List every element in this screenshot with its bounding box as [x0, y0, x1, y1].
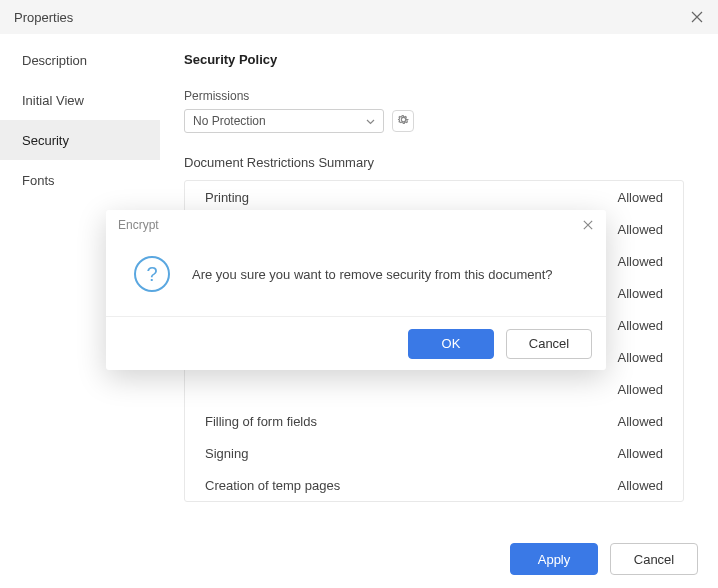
ok-button[interactable]: OK	[408, 329, 494, 359]
close-icon[interactable]	[688, 8, 706, 26]
sidebar-item-security[interactable]: Security	[0, 120, 160, 160]
table-row: Printing Allowed	[185, 181, 683, 213]
restriction-status: Allowed	[617, 222, 663, 237]
section-title: Security Policy	[184, 52, 684, 67]
restrictions-title: Document Restrictions Summary	[184, 155, 684, 170]
cancel-button[interactable]: Cancel	[610, 543, 698, 575]
modal-header: Encrypt	[106, 210, 606, 240]
restriction-status: Allowed	[617, 286, 663, 301]
button-label: Cancel	[529, 336, 569, 351]
sidebar-item-initial-view[interactable]: Initial View	[0, 80, 160, 120]
dialog-header: Properties	[0, 0, 718, 34]
permissions-label: Permissions	[184, 89, 684, 103]
sidebar-item-label: Description	[22, 53, 87, 68]
chevron-down-icon	[366, 114, 375, 128]
modal-body: ? Are you sure you want to remove securi…	[106, 240, 606, 316]
modal-title: Encrypt	[118, 218, 159, 232]
sidebar-item-fonts[interactable]: Fonts	[0, 160, 160, 200]
permissions-settings-button[interactable]	[392, 110, 414, 132]
restriction-status: Allowed	[617, 382, 663, 397]
button-label: Apply	[538, 552, 571, 567]
encrypt-confirm-dialog: Encrypt ? Are you sure you want to remov…	[106, 210, 606, 370]
cancel-button[interactable]: Cancel	[506, 329, 592, 359]
dialog-title: Properties	[14, 10, 73, 25]
close-icon[interactable]	[580, 217, 596, 233]
restriction-status: Allowed	[617, 254, 663, 269]
table-row: Allowed	[185, 373, 683, 405]
gear-icon	[397, 113, 410, 129]
modal-footer: OK Cancel	[106, 316, 606, 370]
button-label: Cancel	[634, 552, 674, 567]
question-icon: ?	[134, 256, 170, 292]
permissions-row: No Protection	[184, 109, 684, 133]
sidebar-item-label: Initial View	[22, 93, 84, 108]
restriction-name: Filling of form fields	[205, 414, 317, 429]
modal-message: Are you sure you want to remove security…	[192, 267, 553, 282]
table-row: Creation of temp pages Allowed	[185, 469, 683, 501]
permissions-value: No Protection	[193, 114, 266, 128]
sidebar-item-label: Fonts	[22, 173, 55, 188]
restriction-name: Creation of temp pages	[205, 478, 340, 493]
table-row: Filling of form fields Allowed	[185, 405, 683, 437]
button-label: OK	[442, 336, 461, 351]
table-row: Signing Allowed	[185, 437, 683, 469]
restriction-status: Allowed	[617, 446, 663, 461]
restriction-name: Signing	[205, 446, 248, 461]
permissions-select[interactable]: No Protection	[184, 109, 384, 133]
restriction-name: Printing	[205, 190, 249, 205]
restriction-status: Allowed	[617, 190, 663, 205]
restriction-status: Allowed	[617, 318, 663, 333]
dialog-footer: Apply Cancel	[0, 530, 718, 588]
sidebar-item-label: Security	[22, 133, 69, 148]
apply-button[interactable]: Apply	[510, 543, 598, 575]
sidebar-item-description[interactable]: Description	[0, 40, 160, 80]
restriction-status: Allowed	[617, 478, 663, 493]
restriction-status: Allowed	[617, 350, 663, 365]
restriction-status: Allowed	[617, 414, 663, 429]
